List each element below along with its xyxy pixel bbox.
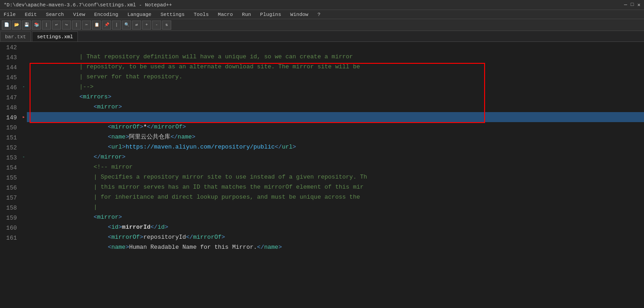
tab-bar: bar.txt settings.xml [0,31,644,42]
editor[interactable]: 142 143 144 145 146 147 148 149 150 151 … [0,42,644,308]
gutter-142 [20,42,27,52]
toolbar-sync-scroll[interactable]: ⇅ [162,21,171,30]
code-line-160: <mirrorOf>repositoryId</mirrorOf> [27,222,644,232]
gutter-150 [20,122,27,132]
toolbar: 📄 📂 💾 📚 | ↩ ↪ | ✂ 📋 📌 | 🔍 ⇄ + - ⇅ [0,19,644,31]
menu-encoding[interactable]: Encoding [92,12,120,17]
menu-view[interactable]: View [71,12,87,17]
maximize-button[interactable]: □ [631,2,634,8]
line-num-147: 147 [0,93,17,103]
line-num-159: 159 [0,213,17,223]
gutter-154 [20,162,27,172]
code-line-149: <mirrorOf>*</mirrorOf> [27,112,644,122]
line-num-153: 153 [0,153,17,163]
gutter-158 [20,202,27,212]
toolbar-sep1: | [42,21,51,30]
toolbar-find[interactable]: 🔍 [122,21,131,30]
line-numbers: 142 143 144 145 146 147 148 149 150 151 … [0,42,20,308]
gutter-160 [20,222,27,232]
toolbar-paste[interactable]: 📌 [102,21,111,30]
code-line-144: | server for that repository. [27,62,644,72]
code-line-154: | Specifies a repository mirror site to … [27,162,644,172]
code-line-143: | repository, to be used as an alternate… [27,52,644,62]
code-line-142: | That repository definition will have a… [27,42,644,52]
code-line-151: <url>https://maven.aliyun.com/repository… [27,132,644,142]
tab-bartxt[interactable]: bar.txt [0,31,31,41]
line-num-154: 154 [0,163,17,173]
menu-run[interactable]: Run [240,12,253,17]
code-161-close: </name> [257,244,282,251]
close-button[interactable]: ✕ [637,2,640,8]
code-161-open: <name> [65,244,129,251]
toolbar-saveall[interactable]: 📚 [32,21,41,30]
toolbar-cut[interactable]: ✂ [82,21,91,30]
gutter-146: - [20,82,27,92]
toolbar-undo[interactable]: ↩ [52,21,61,30]
code-line-150: <name>阿里云公共仓库</name> [27,122,644,132]
line-num-142: 142 [0,43,17,53]
tab-settingsxml[interactable]: settings.xml [32,31,78,41]
gutter: - ▸ - [20,42,27,308]
app-title: *D:\dev\apache-maven-3.6.7\conf\settings… [4,2,172,8]
toolbar-save[interactable]: 💾 [22,21,31,30]
gutter-156 [20,182,27,192]
gutter-144 [20,62,27,72]
toolbar-redo[interactable]: ↪ [62,21,71,30]
line-num-145: 145 [0,73,17,83]
code-line-158: <mirror> [27,202,644,212]
toolbar-replace[interactable]: ⇄ [132,21,141,30]
gutter-161 [20,232,27,242]
code-line-153: <!-- mirror [27,152,644,162]
title-bar-left: *D:\dev\apache-maven-3.6.7\conf\settings… [4,2,172,8]
line-num-144: 144 [0,63,17,73]
menu-file[interactable]: File [2,12,17,17]
gutter-151 [20,132,27,142]
toolbar-sep3: | [112,21,121,30]
menu-window[interactable]: Window [288,12,310,17]
gutter-149: ▸ [20,112,27,122]
app-window: *D:\dev\apache-maven-3.6.7\conf\settings… [0,0,644,308]
line-num-143: 143 [0,53,17,63]
menu-edit[interactable]: Edit [23,12,38,17]
line-num-156: 156 [0,183,17,193]
toolbar-new[interactable]: 📄 [2,21,11,30]
menu-tools[interactable]: Tools [192,12,210,17]
line-num-148: 148 [0,103,17,113]
code-line-147: <mirror> [27,92,644,102]
code-line-145: |--> [27,72,644,82]
menu-help[interactable]: ? [316,12,322,17]
title-bar-right: — □ ✕ [624,2,640,8]
menu-settings[interactable]: Settings [158,12,186,17]
toolbar-open[interactable]: 📂 [12,21,21,30]
gutter-147 [20,92,27,102]
line-num-152: 152 [0,143,17,153]
gutter-148 [20,102,27,112]
minimize-button[interactable]: — [624,2,627,8]
toolbar-zoom-in[interactable]: + [142,21,151,30]
menu-language[interactable]: Language [126,12,153,17]
tab-bartxt-label: bar.txt [5,34,26,40]
code-line-146: <mirrors> [27,82,644,92]
gutter-157 [20,192,27,202]
code-161-value: Human Readable Name for this Mirror. [129,244,257,251]
gutter-153: - [20,152,27,162]
line-num-161: 161 [0,233,17,243]
line-num-158: 158 [0,203,17,213]
code-line-159: <id>mirrorId</id> [27,212,644,222]
menu-plugins[interactable]: Plugins [258,12,283,17]
toolbar-zoom-out[interactable]: - [152,21,161,30]
code-line-161: <name>Human Readable Name for this Mirro… [27,232,644,242]
gutter-159 [20,212,27,222]
line-num-160: 160 [0,223,17,233]
gutter-143 [20,52,27,62]
code-content[interactable]: | That repository definition will have a… [27,42,644,308]
menu-search[interactable]: Search [44,12,66,17]
menu-macro[interactable]: Macro [216,12,235,17]
code-line-157: | [27,192,644,202]
toolbar-copy[interactable]: 📋 [92,21,101,30]
code-line-148: <id>aliyunmaven</id> [27,102,644,112]
menu-bar: File Edit Search View Encoding Language … [0,10,644,19]
line-num-149: 149 [0,113,17,123]
line-num-146: 146 [0,83,17,93]
editor-container: 142 143 144 145 146 147 148 149 150 151 … [0,42,644,308]
